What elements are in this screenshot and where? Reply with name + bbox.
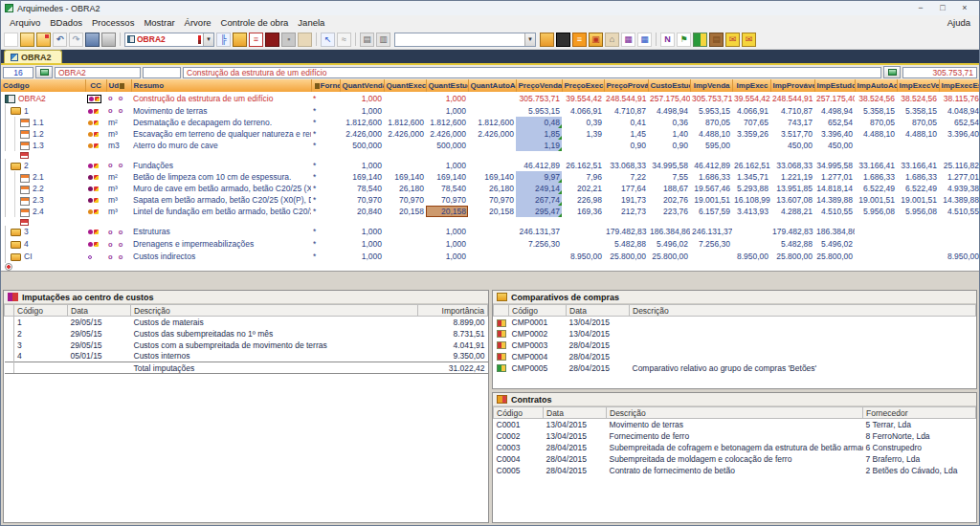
grid-cell-quantvenda[interactable]: 2.426,000 bbox=[340, 128, 384, 140]
column-header-impexecestudo[interactable]: ImpExecEstudo bbox=[939, 79, 980, 92]
grid-cell-cc[interactable] bbox=[85, 128, 106, 140]
column-header-descricao[interactable]: Descrição bbox=[607, 407, 863, 419]
item-icon[interactable] bbox=[20, 197, 30, 206]
chapter-folder-icon[interactable] bbox=[11, 229, 21, 236]
grid-cell-impexecestudo[interactable]: 8.950,00 bbox=[939, 251, 980, 263]
redo-icon[interactable]: ↷ bbox=[69, 33, 83, 47]
grid-cell-impvenda[interactable]: 1.686,33 bbox=[690, 171, 732, 183]
grid-cell-ud[interactable]: o o bbox=[106, 92, 131, 104]
grid-cell-impprovavel[interactable]: 33.068,33 bbox=[770, 159, 814, 171]
contrato-row[interactable]: C000328/04/2015Subempreitada de cofragem… bbox=[494, 442, 976, 453]
grid-cell-codigo[interactable]: 1.2 bbox=[1, 128, 85, 140]
comparativo-row[interactable]: CMP000113/04/2015 bbox=[494, 317, 976, 328]
grid-cell-fornecedor[interactable]: * bbox=[311, 117, 340, 128]
grid-cell-precoprovavel[interactable]: 25.800,00 bbox=[604, 251, 648, 263]
grid-cell-impexecestudo[interactable]: 3.396,40 bbox=[939, 128, 980, 140]
cell-codigo[interactable]: C0003 bbox=[494, 442, 544, 453]
grid-cell-impprovavel[interactable]: 248.544,91 bbox=[770, 92, 814, 104]
grid-cell-precovenda[interactable]: 249,14 bbox=[516, 183, 562, 194]
grid-cell-quantvenda[interactable]: 1.812,600 bbox=[340, 117, 384, 128]
grid-cell-quantexec[interactable] bbox=[384, 238, 426, 251]
contrato-row[interactable]: C000213/04/2015Fornecimento de ferro8 Fe… bbox=[494, 430, 976, 442]
grid-cell-quantexec[interactable] bbox=[384, 159, 426, 171]
grid-cell-cc[interactable] bbox=[85, 104, 106, 117]
grid-cell-impexec[interactable] bbox=[732, 140, 770, 151]
contrato-row[interactable]: C000113/04/2015Movimento de terras5 Terr… bbox=[494, 419, 976, 430]
dropdown-arrow-icon[interactable]: ▼ bbox=[203, 33, 213, 46]
cell-data[interactable]: 28/04/2015 bbox=[567, 351, 630, 362]
grid-cell-impexecvenda[interactable]: 19.001,51 bbox=[897, 194, 939, 206]
cell-data[interactable]: 13/04/2015 bbox=[567, 328, 630, 340]
grid-cell-impautoacum[interactable] bbox=[855, 238, 897, 251]
cell-descricao[interactable]: Movimento de terras bbox=[607, 419, 863, 430]
grid-cell-impexecestudo[interactable] bbox=[939, 238, 980, 251]
grid-cell-impvenda[interactable]: 5.953,15 bbox=[690, 104, 732, 117]
grid-cell-quantexec[interactable] bbox=[384, 104, 426, 117]
letters-icon[interactable]: N bbox=[660, 33, 675, 47]
cell-data[interactable]: 13/04/2015 bbox=[544, 419, 607, 430]
grid-cell-quantautoacum[interactable] bbox=[468, 238, 516, 251]
menu-ajuda[interactable]: Ajuda bbox=[943, 17, 975, 28]
grid-cell-precoprovavel[interactable]: 7,22 bbox=[604, 171, 648, 183]
grid-cell-quantestudo[interactable]: 78,540 bbox=[426, 183, 468, 194]
grid-cell-precoexec[interactable]: 169,36 bbox=[562, 206, 604, 217]
grid-cell-cc[interactable] bbox=[85, 140, 106, 151]
new-item-icon[interactable] bbox=[20, 152, 29, 159]
grid-cell-codigo[interactable]: 2 bbox=[1, 159, 85, 171]
open-icon[interactable] bbox=[20, 33, 34, 47]
copy-icon[interactable]: ▤ bbox=[360, 33, 374, 47]
grid-cell-resumo[interactable]: Fundações bbox=[131, 159, 311, 171]
grid-row-1.2[interactable]: 1.2m³Escavação em terreno de qualquer na… bbox=[1, 128, 980, 140]
grid-cell-impexecestudo[interactable] bbox=[939, 226, 980, 238]
grid-cell-impexec[interactable]: 1.345,71 bbox=[732, 171, 770, 183]
grid-cell-fornecedor[interactable]: * bbox=[311, 104, 340, 117]
grid-cell-impexec[interactable]: 707,65 bbox=[732, 117, 770, 128]
grid-cell-codigo[interactable] bbox=[1, 217, 85, 225]
grid-cell-cc[interactable] bbox=[85, 92, 106, 104]
grid-cell-impvenda[interactable]: 595,00 bbox=[690, 140, 732, 151]
recalc-button[interactable] bbox=[883, 66, 901, 78]
grid-cell-quantvenda[interactable]: 1,000 bbox=[340, 104, 384, 117]
tab-obra2[interactable]: OBRA2 bbox=[4, 50, 62, 63]
grid-cell-quantautoacum[interactable]: 169,140 bbox=[468, 171, 516, 183]
cell-fornecedor[interactable]: 5 Terrar, Lda bbox=[863, 419, 976, 430]
item-icon[interactable] bbox=[20, 130, 30, 139]
grid-placeholder-row[interactable] bbox=[1, 151, 980, 159]
column-header-quantvenda[interactable]: QuantVenda bbox=[340, 79, 384, 92]
grid-cell-quantvenda[interactable]: 1,000 bbox=[340, 92, 384, 104]
grid-cell-impestudo[interactable]: 4.498,94 bbox=[814, 104, 855, 117]
grid-cell-cc[interactable] bbox=[85, 171, 106, 183]
grid-cell-quantexec[interactable]: 20,158 bbox=[384, 206, 426, 217]
grid-cell-precoprovavel[interactable]: 5.482,88 bbox=[604, 238, 648, 251]
grid-cell-precoexec[interactable]: 1,39 bbox=[562, 128, 604, 140]
grid-cell-quantestudo[interactable]: 20,158 bbox=[426, 206, 468, 217]
cell-codigo[interactable]: C0005 bbox=[494, 465, 544, 476]
cell-descricao[interactable] bbox=[630, 340, 976, 351]
grid-cell-impexec[interactable]: 8.950,00 bbox=[732, 251, 770, 263]
grid-cell-quantexec[interactable] bbox=[384, 251, 426, 263]
grid-cell-quantautoacum[interactable] bbox=[468, 251, 516, 263]
column-header-importancia[interactable]: Importância bbox=[418, 305, 488, 317]
calculator-icon[interactable]: ≡ bbox=[572, 33, 587, 47]
grid-cell-impexecestudo[interactable]: 4.048,94 bbox=[939, 104, 980, 117]
grid-cell-impprovavel[interactable]: 5.482,88 bbox=[770, 238, 814, 251]
column-header-descricao[interactable]: Descrição bbox=[630, 305, 976, 317]
grid-cell-quantautoacum[interactable] bbox=[468, 226, 516, 238]
toolbar-combobox[interactable]: ▼ bbox=[394, 33, 536, 47]
grid-cell-quantexec[interactable]: 26,180 bbox=[384, 183, 426, 194]
grid-cell-impprovavel[interactable]: 4.288,21 bbox=[770, 206, 814, 217]
grid-cell-impestudo[interactable]: 34.995,58 bbox=[814, 159, 855, 171]
grid-cell-impexecestudo[interactable]: 25.116,82 bbox=[939, 159, 980, 171]
recent-jobs-icon[interactable] bbox=[36, 33, 51, 47]
maximize-button[interactable]: □ bbox=[932, 2, 953, 14]
grid-cell-precoprovavel[interactable]: 248.544,91 bbox=[604, 92, 648, 104]
column-header-quantestudo[interactable]: QuantEstudo bbox=[426, 79, 468, 92]
grid-cell-fornecedor[interactable]: * bbox=[311, 238, 340, 251]
grid-cell-ud[interactable]: m³ bbox=[106, 206, 131, 217]
cell-descricao[interactable]: Custos de materais bbox=[131, 317, 418, 328]
grid-cell-impvenda[interactable]: 305.753,71 bbox=[690, 92, 732, 104]
grid-cell-impprovavel[interactable]: 450,00 bbox=[770, 140, 814, 151]
column-header-data[interactable]: Data bbox=[544, 407, 607, 419]
grid-cell-fornecedor[interactable]: * bbox=[311, 171, 340, 183]
comparativo-row[interactable]: CMP000428/04/2015 bbox=[494, 351, 976, 362]
